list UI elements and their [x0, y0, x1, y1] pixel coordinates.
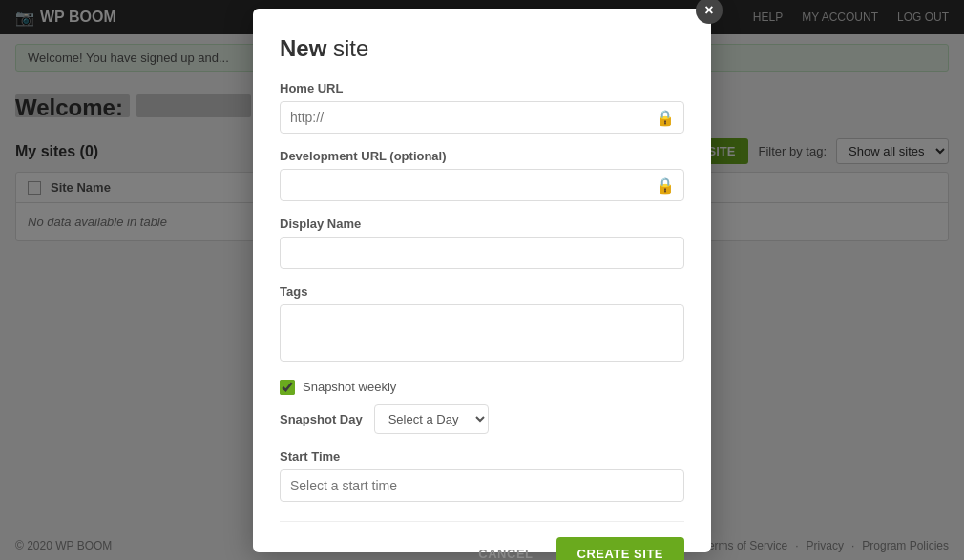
- modal-title: New site: [280, 35, 684, 62]
- display-name-input[interactable]: [280, 237, 684, 269]
- tags-label: Tags: [280, 284, 684, 299]
- snapshot-day-select[interactable]: Select a Day Monday Tuesday Wednesday Th…: [374, 404, 489, 434]
- snapshot-day-row: Snapshot Day Select a Day Monday Tuesday…: [280, 404, 684, 434]
- dev-url-lock-icon: 🔒: [656, 176, 675, 194]
- new-site-modal: × New site Home URL 🔒 Development URL (o…: [253, 9, 711, 552]
- snapshot-weekly-row: Snapshot weekly: [280, 380, 684, 395]
- create-site-button[interactable]: CREATE SITE: [556, 537, 685, 561]
- start-time-label: Start Time: [280, 449, 684, 464]
- modal-title-rest: site: [326, 35, 368, 61]
- start-time-input[interactable]: [280, 469, 684, 502]
- home-url-input-wrapper: 🔒: [280, 101, 684, 134]
- tags-input[interactable]: [280, 304, 684, 362]
- dev-url-group: Development URL (optional) 🔒: [280, 149, 684, 201]
- cancel-button[interactable]: CANCEL: [467, 537, 544, 561]
- home-url-group: Home URL 🔒: [280, 81, 684, 134]
- snapshot-weekly-checkbox[interactable]: [280, 380, 295, 395]
- snapshot-day-label: Snapshot Day: [280, 412, 363, 426]
- tags-group: Tags: [280, 284, 684, 364]
- close-icon: ×: [704, 3, 713, 18]
- modal-footer: CANCEL CREATE SITE: [280, 521, 684, 561]
- snapshot-weekly-label[interactable]: Snapshot weekly: [303, 380, 396, 394]
- dev-url-input[interactable]: [280, 169, 684, 201]
- home-url-label: Home URL: [280, 81, 684, 95]
- display-name-label: Display Name: [280, 217, 684, 231]
- start-time-group: Start Time: [280, 449, 684, 502]
- dev-url-input-wrapper: 🔒: [280, 169, 684, 201]
- display-name-group: Display Name: [280, 217, 684, 269]
- modal-overlay: × New site Home URL 🔒 Development URL (o…: [0, 0, 964, 560]
- home-url-lock-icon: 🔒: [656, 108, 675, 126]
- modal-title-bold: New: [280, 35, 326, 61]
- home-url-input[interactable]: [280, 101, 684, 134]
- close-button[interactable]: ×: [696, 0, 723, 24]
- dev-url-label: Development URL (optional): [280, 149, 684, 163]
